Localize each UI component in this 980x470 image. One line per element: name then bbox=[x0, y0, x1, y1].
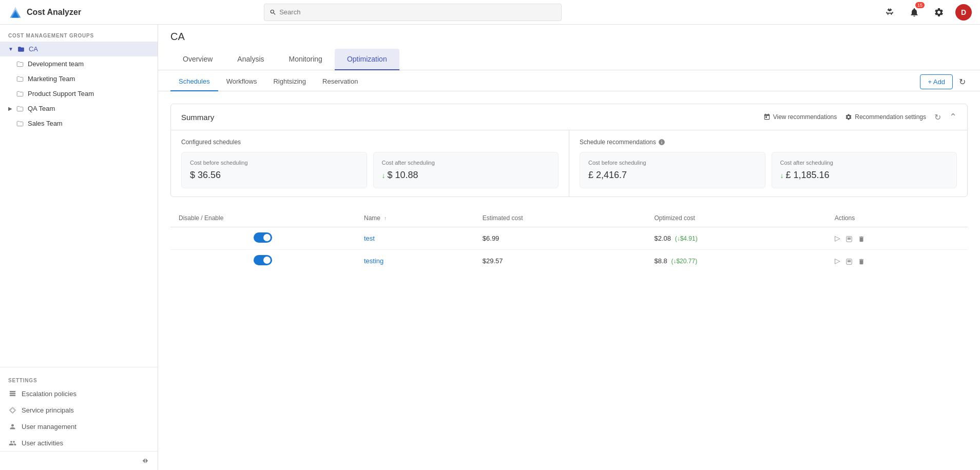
refresh-summary-icon[interactable]: ↻ bbox=[934, 112, 941, 122]
recommendation-cards: Cost before scheduling £ 2,416.7 Cost af… bbox=[580, 152, 957, 188]
delete-icon-testing[interactable] bbox=[858, 257, 865, 265]
subtab-rightsizing[interactable]: Rightsizing bbox=[265, 72, 314, 91]
down-arrow-2: ↓ bbox=[780, 171, 784, 180]
col-actions: Actions bbox=[827, 209, 968, 227]
content-body: Summary View recommendations Recommendat… bbox=[158, 91, 980, 470]
delete-icon-test[interactable] bbox=[858, 234, 865, 242]
sidebar-item-product-support[interactable]: Product Support Team bbox=[0, 86, 158, 101]
savings-test: (↓$4.91) bbox=[675, 235, 698, 242]
svg-rect-5 bbox=[9, 395, 15, 396]
rec-cost-before-value: £ 2,416.7 bbox=[588, 170, 757, 181]
view-recommendations-button[interactable]: View recommendations bbox=[763, 113, 837, 121]
edit-icon-testing[interactable] bbox=[846, 257, 853, 265]
recommendation-settings-label: Recommendation settings bbox=[855, 113, 926, 121]
user-activities-label: User activities bbox=[22, 439, 63, 447]
bell-small-icon bbox=[8, 389, 16, 398]
sidebar-item-qa[interactable]: ▶ QA Team bbox=[0, 101, 158, 116]
summary-title: Summary bbox=[181, 113, 214, 122]
subtab-workflows[interactable]: Workflows bbox=[218, 72, 265, 91]
collapse-icon bbox=[141, 457, 149, 465]
sidebar-collapse-button[interactable] bbox=[0, 451, 158, 470]
tab-monitoring[interactable]: Monitoring bbox=[277, 49, 335, 70]
search-bar[interactable] bbox=[264, 4, 562, 21]
toggle-testing[interactable] bbox=[254, 255, 272, 265]
cost-before-label-1: Cost before scheduling bbox=[190, 160, 358, 166]
configured-schedules-group: Configured schedules Cost before schedul… bbox=[171, 130, 569, 197]
subtab-reservation[interactable]: Reservation bbox=[314, 72, 366, 91]
calendar-icon bbox=[763, 113, 771, 121]
chevron-down-icon: ▼ bbox=[8, 46, 13, 52]
sidebar-item-ca[interactable]: ▼ CA bbox=[0, 42, 158, 56]
subtab-actions: + Add ↻ bbox=[920, 74, 968, 89]
sidebar-label-product-support: Product Support Team bbox=[28, 90, 94, 97]
sidebar-item-user-activities[interactable]: User activities bbox=[0, 435, 158, 451]
settings-button[interactable] bbox=[931, 4, 947, 21]
gear-icon bbox=[934, 7, 944, 17]
estimated-cost-test: $6.99 bbox=[474, 227, 646, 250]
sidebar-item-escalation[interactable]: Escalation policies bbox=[0, 385, 158, 402]
bell-icon bbox=[909, 7, 919, 17]
svg-rect-4 bbox=[9, 393, 15, 394]
announcements-icon bbox=[885, 7, 895, 17]
add-button[interactable]: + Add bbox=[920, 74, 953, 89]
app-logo[interactable]: Cost Analyzer bbox=[8, 5, 101, 19]
sidebar-item-service-principals[interactable]: Service principals bbox=[0, 402, 158, 418]
user-avatar[interactable]: D bbox=[955, 4, 972, 21]
edit-icon-test[interactable] bbox=[846, 234, 853, 242]
sort-icon: ↑ bbox=[384, 216, 387, 221]
table-row: testing $29.57 $8.8 (↓$20.77) ▷ bbox=[170, 250, 968, 272]
search-icon bbox=[270, 9, 277, 16]
toggle-test[interactable] bbox=[254, 232, 272, 243]
subtab-schedules[interactable]: Schedules bbox=[170, 72, 218, 91]
actions-testing: ▷ bbox=[827, 250, 968, 272]
summary-actions: View recommendations Recommendation sett… bbox=[763, 111, 957, 123]
rec-cost-after-label: Cost after scheduling bbox=[780, 160, 949, 166]
run-icon-testing[interactable]: ▷ bbox=[835, 257, 840, 265]
sidebar-item-dev[interactable]: Development team bbox=[0, 56, 158, 71]
cost-after-scheduling-card: Cost after scheduling ↓ $ 10.88 bbox=[373, 152, 559, 188]
info-icon bbox=[658, 139, 665, 146]
settings-small-icon bbox=[845, 113, 852, 121]
notifications-button[interactable]: 15 bbox=[906, 4, 923, 21]
tab-overview[interactable]: Overview bbox=[170, 49, 225, 70]
tab-optimization[interactable]: Optimization bbox=[335, 49, 399, 70]
schedule-link-testing[interactable]: testing bbox=[364, 257, 383, 265]
toggle-cell-test bbox=[170, 227, 356, 250]
folder-icon-dev bbox=[16, 61, 24, 68]
folder-icon-ca bbox=[17, 46, 25, 53]
search-input[interactable] bbox=[279, 8, 555, 16]
page-title: CA bbox=[158, 25, 980, 49]
sidebar-item-user-management[interactable]: User management bbox=[0, 418, 158, 435]
optimized-cost-testing: $8.8 (↓$20.77) bbox=[646, 250, 827, 272]
summary-header: Summary View recommendations Recommendat… bbox=[171, 104, 967, 130]
app-title: Cost Analyzer bbox=[27, 8, 81, 17]
refresh-icon[interactable]: ↻ bbox=[957, 75, 968, 89]
navbar: Cost Analyzer 15 D bbox=[0, 0, 980, 25]
svg-rect-3 bbox=[9, 390, 15, 392]
chevron-right-icon: ▶ bbox=[8, 106, 12, 111]
sidebar-item-sales[interactable]: Sales Team bbox=[0, 116, 158, 131]
add-button-label: + Add bbox=[928, 78, 945, 86]
recommendation-settings-button[interactable]: Recommendation settings bbox=[845, 113, 926, 121]
collapse-summary-icon[interactable]: ⌃ bbox=[949, 111, 957, 123]
announcements-button[interactable] bbox=[881, 4, 898, 21]
tab-analysis[interactable]: Analysis bbox=[225, 49, 276, 70]
sidebar-label-sales: Sales Team bbox=[28, 120, 63, 127]
schedule-link-test[interactable]: test bbox=[364, 234, 375, 242]
user-activity-icon bbox=[8, 439, 16, 447]
col-name[interactable]: Name ↑ bbox=[356, 209, 474, 227]
service-principals-label: Service principals bbox=[22, 406, 74, 414]
table-header: Disable / Enable Name ↑ Estimated cost O… bbox=[170, 209, 968, 227]
name-cell-test: test bbox=[356, 227, 474, 250]
main-tabs: Overview Analysis Monitoring Optimizatio… bbox=[158, 49, 980, 70]
down-arrow-1: ↓ bbox=[382, 171, 386, 180]
cost-before-value-1: $ 36.56 bbox=[190, 170, 358, 181]
folder-icon-product-support bbox=[16, 90, 24, 97]
sidebar-section-title: COST MANAGEMENT GROUPS bbox=[0, 25, 158, 42]
sidebar: COST MANAGEMENT GROUPS ▼ CA Development … bbox=[0, 25, 158, 470]
run-icon-test[interactable]: ▷ bbox=[835, 234, 840, 242]
summary-section: Summary View recommendations Recommendat… bbox=[170, 104, 968, 197]
sidebar-item-marketing[interactable]: Marketing Team bbox=[0, 71, 158, 86]
sidebar-label-dev: Development team bbox=[28, 60, 84, 68]
name-cell-testing: testing bbox=[356, 250, 474, 272]
